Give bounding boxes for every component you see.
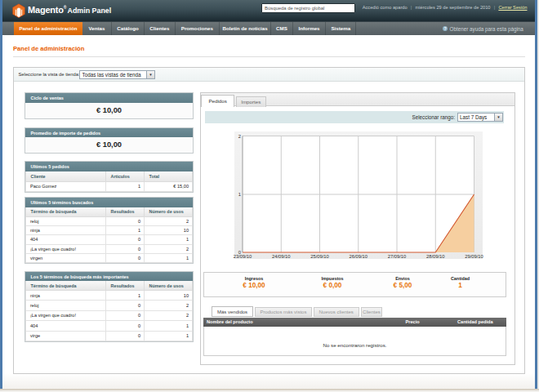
svg-text:2: 2 bbox=[238, 133, 240, 138]
svg-text:29/09/10: 29/09/10 bbox=[465, 254, 483, 259]
svg-text:1: 1 bbox=[238, 192, 240, 197]
svg-text:28/09/10: 28/09/10 bbox=[425, 254, 444, 259]
svg-text:25/09/10: 25/09/10 bbox=[310, 254, 329, 259]
svg-text:26/09/10: 26/09/10 bbox=[349, 254, 368, 259]
svg-text:23/09/10: 23/09/10 bbox=[233, 254, 252, 259]
svg-text:27/09/10: 27/09/10 bbox=[387, 254, 406, 259]
svg-text:24/09/10: 24/09/10 bbox=[271, 254, 290, 259]
